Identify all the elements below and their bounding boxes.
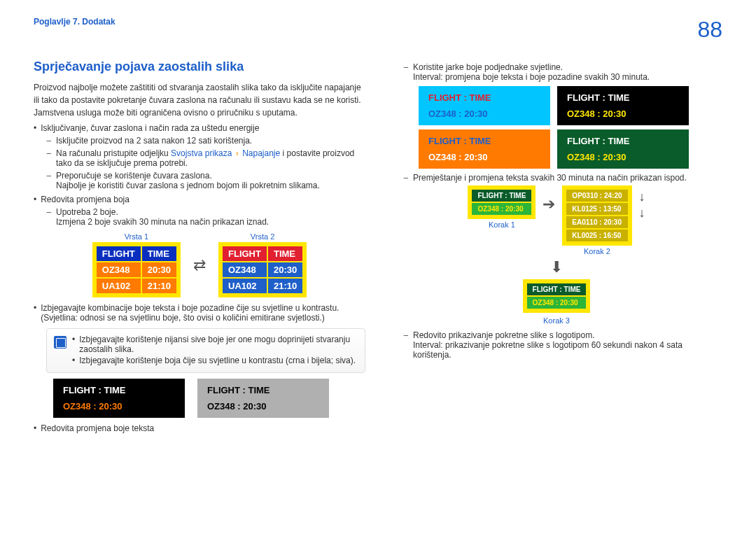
b1-d3: Preporučuje se korištenje čuvara zaslona… <box>56 171 365 190</box>
cell: OZ348 : 20:30 <box>57 399 181 414</box>
cell: FLIGHT : TIME <box>202 383 325 398</box>
section-title: Sprječavanje pojava zaostalih slika <box>34 59 365 74</box>
vrsta1-table: FLIGHTTIME OZ34820:30 UA10221:10 <box>92 242 181 297</box>
color-pair-2: FLIGHT : TIME OZ348 : 20:30 FLIGHT : TIM… <box>419 129 722 169</box>
pair1a: FLIGHT : TIME OZ348 : 20:30 <box>419 86 550 125</box>
cell: OZ348 : 20:30 <box>202 399 325 414</box>
cell: TIME <box>268 246 302 261</box>
b2-d1a: Upotreba 2 boje. <box>56 207 118 217</box>
bullet-2: Redovita promjena boja <box>41 195 365 204</box>
cell: OZ348 : 20:30 <box>423 150 546 164</box>
note-box: Izbjegavajte korištenje nijansi sive boj… <box>46 328 365 373</box>
r-d3a: Redovito prikazivanje pokretne slike s l… <box>413 330 594 340</box>
left-column: Sprječavanje pojava zaostalih slika Proi… <box>34 59 365 433</box>
bw-ex1: FLIGHT : TIME OZ348 : 20:30 <box>53 379 185 418</box>
r-d1b: Interval: promjena boje teksta i boje po… <box>413 72 650 82</box>
cell: FLIGHT : TIME <box>423 134 546 148</box>
b1-d3a: Preporučuje se korištenje čuvara zaslona… <box>56 171 212 181</box>
korak-row: FLIGHT : TIME OZ348 : 20:30 Korak 1 ➔ OP… <box>391 185 722 255</box>
bw-examples: FLIGHT : TIME OZ348 : 20:30 FLIGHT : TIM… <box>53 379 365 418</box>
vrsta1-label: Vrsta 1 <box>92 232 181 241</box>
link-svojstva: Svojstva prikaza <box>171 148 232 158</box>
pair1b: FLIGHT : TIME OZ348 : 20:30 <box>557 86 689 125</box>
cell: TIME <box>142 246 176 261</box>
r-d3: Redovito prikazivanje pokretne slike s l… <box>413 330 722 360</box>
cell: UA102 <box>97 279 141 293</box>
note-1: Izbjegavajte korištenje nijansi sive boj… <box>79 335 358 354</box>
cell: 21:10 <box>142 279 176 293</box>
b1-d1: Isključite proizvod na 2 sata nakon 12 s… <box>56 136 365 146</box>
cell: FLIGHT <box>97 246 141 261</box>
korak2: OP0310 : 24:20 KL0125 : 13:50 EA0110 : 2… <box>562 185 631 255</box>
cell: OZ348 <box>223 262 267 277</box>
r-d2: Premještanje i promjena teksta svakih 30… <box>413 173 722 183</box>
korak1: FLIGHT : TIME OZ348 : 20:30 Korak 1 <box>468 185 536 229</box>
cell: UA102 <box>223 279 267 293</box>
cell: FLIGHT : TIME <box>57 383 181 398</box>
korak3-label: Korak 3 <box>391 316 722 325</box>
bw-ex2: FLIGHT : TIME OZ348 : 20:30 <box>197 379 329 418</box>
bullet-4: Redovita promjena boje teksta <box>41 423 365 433</box>
cell: FLIGHT : TIME <box>527 283 587 295</box>
right-arrow-icon: ➔ <box>542 195 555 213</box>
r-d1a: Koristite jarke boje podjednake svjetlin… <box>413 62 563 72</box>
pair2a: FLIGHT : TIME OZ348 : 20:30 <box>419 129 550 169</box>
note-icon <box>54 336 66 349</box>
b1-d2: Na računalu pristupite odjeljku Svojstva… <box>56 148 365 168</box>
intro-text: Proizvod najbolje možete zaštititi od st… <box>34 81 365 119</box>
b2-d1: Upotreba 2 boje. Izmjena 2 boje svakih 3… <box>56 207 365 227</box>
b1-d2-pre: Na računalu pristupite odjeljku <box>56 148 171 158</box>
chapter-label: Poglavlje 7. Dodatak <box>34 17 115 27</box>
vrsta2-table: FLIGHTTIME OZ34820:30 UA10221:10 <box>218 242 307 297</box>
korak2-label: Korak 2 <box>562 247 631 255</box>
cell: FLIGHT : TIME <box>561 90 685 105</box>
b1-d3b: Najbolje je koristiti čuvar zaslona s je… <box>56 181 320 190</box>
cell: KL0025 : 16:50 <box>566 230 627 241</box>
vrsta-comparison: Vrsta 1 FLIGHTTIME OZ34820:30 UA10221:10… <box>34 232 365 297</box>
cell: 21:10 <box>268 279 302 293</box>
cell: KL0125 : 13:50 <box>566 203 627 215</box>
cell: OZ348 : 20:30 <box>423 106 546 121</box>
down-arrows-icon: ↓↓ <box>639 190 645 220</box>
cell: 20:30 <box>142 262 176 277</box>
cell: FLIGHT : TIME <box>423 90 546 105</box>
cell: OZ348 : 20:30 <box>472 203 531 215</box>
cell: OZ348 <box>97 262 141 277</box>
vrsta2-label: Vrsta 2 <box>218 232 307 241</box>
note-2: Izbjegavajte korištenje boja čije su svj… <box>79 356 356 365</box>
korak1-label: Korak 1 <box>468 220 536 229</box>
cell: OZ348 : 20:30 <box>527 297 587 309</box>
bullet-1: Isključivanje, čuvar zaslona i način rad… <box>41 123 365 133</box>
pair2b: FLIGHT : TIME OZ348 : 20:30 <box>557 129 689 169</box>
cell: FLIGHT <box>223 246 267 261</box>
cell: FLIGHT : TIME <box>472 190 531 202</box>
korak3: FLIGHT : TIME OZ348 : 20:30 Korak 3 <box>391 279 722 325</box>
cell: OZ348 : 20:30 <box>561 150 685 164</box>
r-d1: Koristite jarke boje podjednake svjetlin… <box>413 62 722 82</box>
r-d3b: Interval: prikazivanje pokretne slike s … <box>413 340 682 360</box>
cell: EA0110 : 20:30 <box>566 216 627 228</box>
bullet-3: Izbjegavajte kombinacije boje teksta i b… <box>41 303 365 323</box>
sep-icon: › <box>236 148 239 158</box>
cell: OZ348 : 20:30 <box>561 106 685 121</box>
cell: 20:30 <box>268 262 302 277</box>
cell: FLIGHT : TIME <box>561 134 685 148</box>
link-napajanje: Napajanje <box>242 148 280 158</box>
color-pair-1: FLIGHT : TIME OZ348 : 20:30 FLIGHT : TIM… <box>419 86 722 125</box>
down-arrow-icon: ⬇ <box>391 258 722 276</box>
page-number: 88 <box>697 17 722 43</box>
b2-d1b: Izmjena 2 boje svakih 30 minuta na način… <box>56 217 269 227</box>
right-column: Koristite jarke boje podjednake svjetlin… <box>391 59 722 433</box>
cell: OP0310 : 24:20 <box>566 190 627 202</box>
swap-arrow-icon: ⇄ <box>193 256 206 274</box>
